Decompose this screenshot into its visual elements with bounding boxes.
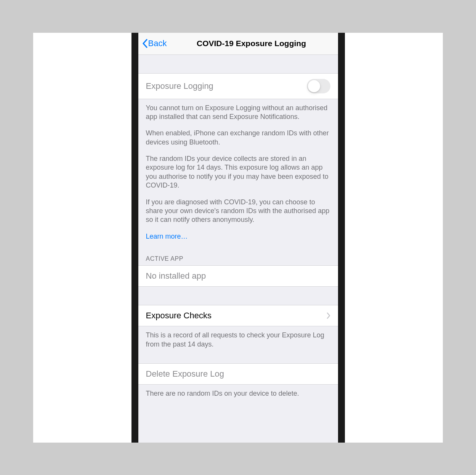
exposure-checks-footer-text: This is a record of all requests to chec…: [146, 331, 330, 349]
active-app-header: ACTIVE APP: [138, 244, 338, 265]
active-app-row: No installed app: [138, 265, 338, 287]
phone-bezel: Back COVID-19 Exposure Logging Exposure …: [131, 33, 345, 443]
exposure-logging-row: Exposure Logging: [138, 73, 338, 99]
group-spacer: [138, 55, 338, 73]
chevron-right-icon: [327, 312, 330, 319]
exposure-logging-info: You cannot turn on Exposure Logging with…: [138, 99, 338, 244]
exposure-checks-row[interactable]: Exposure Checks: [138, 305, 338, 326]
group-spacer: [138, 287, 338, 305]
back-button[interactable]: Back: [142, 39, 167, 48]
learn-more-link[interactable]: Learn more…: [146, 232, 188, 241]
active-app-value: No installed app: [146, 271, 206, 281]
outer-frame: Back COVID-19 Exposure Logging Exposure …: [33, 33, 443, 443]
group-spacer: [138, 349, 338, 363]
exposure-checks-label: Exposure Checks: [146, 311, 212, 321]
screen: Back COVID-19 Exposure Logging Exposure …: [138, 33, 338, 443]
page-title-wrap: COVID-19 Exposure Logging: [138, 39, 338, 48]
page-title: COVID-19 Exposure Logging: [197, 39, 306, 48]
info-paragraph-2: When enabled, iPhone can exchange random…: [146, 129, 330, 147]
delete-log-label: Delete Exposure Log: [146, 369, 224, 379]
exposure-logging-toggle[interactable]: [307, 79, 330, 93]
back-label: Back: [148, 39, 167, 48]
navigation-bar: Back COVID-19 Exposure Logging: [138, 33, 338, 55]
exposure-logging-label: Exposure Logging: [146, 81, 213, 91]
info-paragraph-4: If you are diagnosed with COVID-19, you …: [146, 198, 330, 225]
chevron-left-icon: [142, 39, 147, 48]
info-paragraph-1: You cannot turn on Exposure Logging with…: [146, 104, 330, 122]
delete-log-footer-text: There are no random IDs on your device t…: [146, 389, 330, 398]
exposure-checks-footer: This is a record of all requests to chec…: [138, 326, 338, 349]
info-paragraph-3: The random IDs your device collects are …: [146, 154, 330, 190]
delete-log-row[interactable]: Delete Exposure Log: [138, 363, 338, 385]
toggle-knob: [308, 80, 320, 92]
delete-log-footer: There are no random IDs on your device t…: [138, 385, 338, 398]
